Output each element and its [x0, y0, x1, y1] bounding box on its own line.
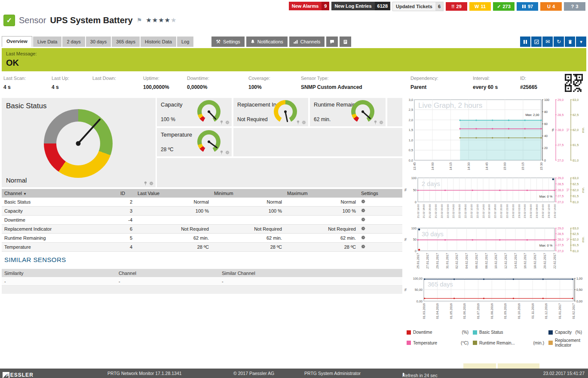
legend-unit: (%): [462, 330, 471, 335]
legend-swatch: [407, 341, 411, 345]
svg-text:14:00: 14:00: [431, 162, 435, 170]
panel-tools[interactable]: [296, 120, 306, 125]
panel-tools[interactable]: [220, 120, 230, 125]
notifications-button[interactable]: Notifications: [246, 37, 288, 47]
tab-365-days[interactable]: 365 days: [112, 37, 140, 47]
new-log-entries-button[interactable]: New Log Entries6128: [331, 2, 390, 10]
svg-text:62,5: 62,5: [573, 182, 579, 186]
status-badge-paused[interactable]: 97: [517, 2, 538, 11]
channel-row-basic-status[interactable]: Basic Status2NormalNormalNormal: [2, 198, 402, 207]
status-badge-unknown[interactable]: ?3: [564, 2, 585, 11]
panel-tools[interactable]: [374, 120, 383, 125]
panel-tools[interactable]: [144, 181, 153, 186]
svg-text:25.01.2017: 25.01.2017: [416, 253, 420, 269]
graph-2-days[interactable]: 2 days100500%Max: 0 %29,028,528,027,527,…: [404, 176, 586, 226]
tab-30-days[interactable]: 30 days: [86, 37, 111, 47]
legend-capacity[interactable]: Capacity(%): [548, 330, 585, 335]
favorite-button[interactable]: [531, 37, 542, 47]
svg-text:29,0: 29,0: [557, 176, 564, 180]
pause-button[interactable]: [520, 37, 530, 47]
email-button[interactable]: ✉: [542, 37, 553, 47]
tab-log[interactable]: Log: [177, 37, 193, 47]
channel-settings-gear[interactable]: [358, 198, 402, 207]
svg-text:08.02.2017: 08.02.2017: [484, 253, 488, 269]
svg-text:0,5: 0,5: [409, 148, 413, 152]
channel-settings-gear[interactable]: [358, 234, 402, 243]
svg-text:22.02 08:00: 22.02 08:00: [464, 204, 467, 218]
svg-text:°C: °C: [566, 238, 570, 241]
channel-settings-gear[interactable]: [358, 207, 402, 216]
svg-text:2 days: 2 days: [422, 180, 440, 187]
tab-historic-data[interactable]: Historic Data: [141, 37, 176, 47]
col-header-maximum: Maximum: [285, 189, 358, 198]
page-title: UPS System Battery: [50, 15, 132, 25]
updated-tickets-button[interactable]: Updated Tickets6: [392, 2, 444, 11]
svg-text:28,5: 28,5: [557, 113, 564, 117]
info-downtime: Downtime:0,0000%: [187, 76, 248, 97]
channel-settings-gear[interactable]: [358, 243, 402, 252]
more-button[interactable]: ▾: [576, 37, 586, 47]
legend-replacement-indicator[interactable]: Replacement Indicator: [548, 338, 585, 348]
panel-tools[interactable]: [220, 150, 230, 155]
svg-text:22.02 12:00: 22.02 12:00: [476, 204, 479, 218]
legend-downtime[interactable]: Downtime(%): [407, 330, 471, 335]
footer-copyright[interactable]: © 2017 Paessler AG: [233, 371, 274, 376]
svg-text:23.02 08:00: 23.02 08:00: [535, 204, 538, 218]
new-alarms-button[interactable]: New Alarms9: [289, 2, 330, 10]
svg-text:100: 100: [411, 176, 416, 180]
svg-text:31.01.2017: 31.01.2017: [445, 253, 449, 269]
svg-text:01.12.2016: 01.12.2016: [544, 303, 548, 319]
priority-stars[interactable]: ★★★★★: [146, 16, 177, 24]
svg-text:61,5: 61,5: [573, 143, 579, 147]
status-badge-up[interactable]: ✓273: [493, 2, 514, 11]
scan-now-button[interactable]: ↻: [554, 37, 564, 47]
svg-text:61,5: 61,5: [573, 243, 579, 247]
graph-365-days[interactable]: 365 days100,0050,000,00%1,000,500,0001.0…: [404, 277, 586, 326]
channel-row-runtime-remaining[interactable]: Runtime Remaining562 min.62 min.62 min.: [2, 234, 402, 243]
svg-text:0,00: 0,00: [416, 299, 423, 303]
legend-runtime-remain[interactable]: Runtime Remain...(min.): [473, 338, 547, 348]
tab-live-data[interactable]: Live Data: [33, 37, 61, 47]
channel-settings-gear[interactable]: [358, 216, 402, 225]
info-coverage: Coverage:100%: [248, 76, 301, 97]
channels-button[interactable]: Channels: [289, 37, 325, 47]
legend-label: Downtime: [413, 330, 432, 335]
channel-row-temperature[interactable]: Temperature428 ºC28 ºC28 ºC: [2, 243, 402, 252]
info-id: ID:#25665: [520, 76, 540, 97]
svg-text:21.02 22:00: 21.02 22:00: [434, 204, 437, 218]
svg-text:04.02.2017: 04.02.2017: [465, 253, 469, 269]
flag-icon[interactable]: ⚑: [137, 17, 142, 24]
col-header-channel[interactable]: Channel ▼: [2, 189, 118, 198]
legend-temperature[interactable]: Temperature(°C): [407, 338, 471, 348]
comments-button[interactable]: [326, 37, 338, 47]
svg-text:62,5: 62,5: [573, 113, 579, 117]
graph-30-days[interactable]: 30 days100500%Max: 0 %29,028,528,027,527…: [404, 226, 586, 276]
svg-text:50: 50: [413, 188, 416, 192]
svg-text:2,0: 2,0: [409, 118, 413, 122]
similar-sensors-table: SimilarityChannelSimilar Channel---: [2, 269, 402, 294]
svg-text:62,0: 62,0: [573, 128, 579, 132]
status-badge-unusual[interactable]: U4: [540, 2, 562, 11]
svg-text:14.02.2017: 14.02.2017: [514, 253, 518, 269]
report-button[interactable]: [340, 37, 351, 47]
status-badge-warning[interactable]: W11: [469, 2, 491, 11]
channel-settings-gear[interactable]: [358, 225, 402, 234]
footer-user: PRTG System Administrator: [304, 371, 361, 376]
channel-row-replacement-indicator[interactable]: Replacement Indicator6Not RequiredNot Re…: [2, 225, 402, 234]
gauge-panel-basic-status: Basic Status Normal: [2, 98, 156, 187]
status-badge-down[interactable]: !!29: [446, 2, 467, 11]
channel-row-capacity[interactable]: Capacity3100 %100 %100 %: [2, 207, 402, 216]
tab-2-days[interactable]: 2 days: [62, 37, 85, 47]
svg-text:22.02 20:00: 22.02 20:00: [499, 204, 502, 218]
svg-text:15:00: 15:00: [503, 162, 507, 170]
live-graph[interactable]: Live Graph, 2 hours3,02,52,01,51,00,50,0…: [404, 98, 586, 176]
tab-overview[interactable]: Overview: [2, 36, 32, 47]
settings-button[interactable]: ⚒Settings: [211, 37, 245, 47]
channel-row-downtime[interactable]: Downtime-4: [2, 216, 402, 225]
svg-text:20.02.2017: 20.02.2017: [543, 253, 547, 269]
delete-button[interactable]: [565, 37, 575, 47]
legend-basic-status[interactable]: Basic Status: [473, 330, 547, 335]
alarm-buttons: New Alarms9New Log Entries6128Updated Ti…: [289, 2, 444, 11]
svg-text:1,0: 1,0: [409, 138, 413, 142]
legend-unit: (min.): [533, 341, 547, 345]
